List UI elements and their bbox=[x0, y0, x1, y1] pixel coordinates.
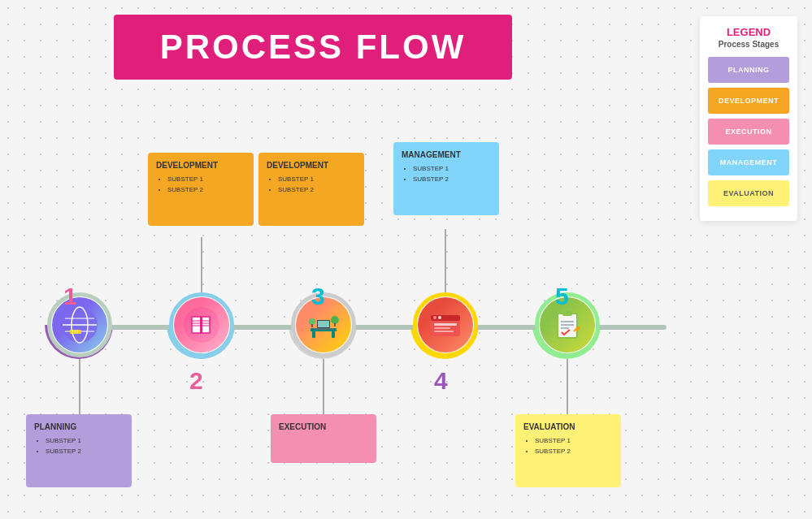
stage-1-circle bbox=[47, 292, 112, 357]
info-box-development-1: DEVELOPMENT SUBSTEP 1 SUBSTEP 2 bbox=[148, 153, 254, 226]
stage-5-number: 5 bbox=[555, 283, 569, 310]
svg-rect-24 bbox=[314, 328, 333, 330]
info-box-development-2: DEVELOPMENT SUBSTEP 1 SUBSTEP 2 bbox=[258, 153, 364, 226]
stage-4-icon bbox=[424, 304, 467, 346]
page-title: PROCESS FLOW bbox=[160, 28, 467, 67]
connector-3 bbox=[323, 359, 324, 414]
info-box-mgmt-list: SUBSTEP 1 SUBSTEP 2 bbox=[402, 164, 491, 185]
info-box-plan-title: PLANNING bbox=[34, 422, 124, 431]
main-container: PROCESS FLOW 1 2 3 4 5 bbox=[0, 0, 812, 519]
legend-item-development: DEVELOPMENT bbox=[708, 88, 789, 114]
stage-4-inner bbox=[418, 297, 473, 352]
svg-rect-23 bbox=[318, 321, 329, 327]
stage-1-inner bbox=[52, 297, 107, 352]
connector-4 bbox=[445, 229, 446, 292]
list-item: SUBSTEP 2 bbox=[167, 185, 245, 196]
legend-subtitle: Process Stages bbox=[708, 40, 789, 49]
connector-1 bbox=[79, 359, 80, 414]
svg-rect-26 bbox=[334, 323, 336, 327]
info-box-dev1-title: DEVELOPMENT bbox=[156, 161, 245, 170]
svg-rect-5 bbox=[70, 330, 81, 334]
legend-item-planning: PLANNING bbox=[708, 57, 789, 83]
legend-panel: LEGEND Process Stages PLANNING DEVELOPME… bbox=[700, 16, 797, 221]
info-box-exec-title: EXECUTION bbox=[279, 422, 368, 431]
legend-item-execution: EXECUTION bbox=[708, 119, 789, 145]
svg-rect-37 bbox=[562, 311, 572, 316]
list-item: SUBSTEP 2 bbox=[413, 175, 491, 185]
info-box-evaluation: EVALUATION SUBSTEP 1 SUBSTEP 2 bbox=[515, 414, 621, 487]
list-item: SUBSTEP 2 bbox=[46, 447, 124, 457]
stage-4-number: 4 bbox=[434, 367, 448, 395]
svg-point-31 bbox=[433, 316, 436, 319]
svg-rect-35 bbox=[434, 331, 454, 332]
svg-rect-20 bbox=[312, 331, 315, 338]
list-item: SUBSTEP 1 bbox=[535, 436, 613, 447]
info-box-eval-title: EVALUATION bbox=[523, 422, 613, 431]
svg-point-25 bbox=[331, 316, 339, 324]
connector-5 bbox=[567, 359, 568, 414]
svg-rect-36 bbox=[558, 314, 577, 338]
info-box-dev1-list: SUBSTEP 1 SUBSTEP 2 bbox=[156, 175, 245, 196]
legend-title: LEGEND bbox=[708, 26, 789, 38]
stage-2-circle bbox=[169, 292, 234, 357]
svg-rect-10 bbox=[192, 317, 201, 333]
svg-rect-21 bbox=[332, 331, 335, 338]
list-item: SUBSTEP 1 bbox=[413, 164, 491, 175]
info-box-planning: PLANNING SUBSTEP 1 SUBSTEP 2 bbox=[26, 414, 132, 487]
svg-point-27 bbox=[309, 318, 315, 325]
stage-2-number: 2 bbox=[189, 367, 203, 395]
stage-2-icon bbox=[180, 304, 223, 346]
legend-item-evaluation: EVALUATION bbox=[708, 180, 789, 206]
info-box-eval-list: SUBSTEP 1 SUBSTEP 2 bbox=[523, 436, 613, 457]
list-item: SUBSTEP 1 bbox=[278, 175, 356, 185]
info-box-dev2-list: SUBSTEP 1 SUBSTEP 2 bbox=[267, 175, 356, 196]
list-item: SUBSTEP 2 bbox=[278, 185, 356, 196]
info-box-execution: EXECUTION bbox=[271, 414, 376, 463]
stage-4-circle bbox=[413, 292, 478, 357]
list-item: SUBSTEP 2 bbox=[535, 447, 613, 457]
svg-rect-33 bbox=[434, 323, 457, 326]
info-box-mgmt-title: MANAGEMENT bbox=[402, 150, 491, 159]
svg-rect-28 bbox=[311, 324, 313, 327]
stage-2-inner bbox=[174, 297, 229, 352]
stage-3-number: 3 bbox=[311, 283, 325, 310]
svg-rect-34 bbox=[434, 327, 450, 329]
title-banner: PROCESS FLOW bbox=[114, 15, 512, 80]
stage-1-number: 1 bbox=[63, 283, 77, 310]
legend-item-management: MANAGEMENT bbox=[708, 149, 789, 175]
info-box-management: MANAGEMENT SUBSTEP 1 SUBSTEP 2 bbox=[393, 142, 499, 215]
info-box-plan-list: SUBSTEP 1 SUBSTEP 2 bbox=[34, 436, 124, 457]
svg-point-32 bbox=[438, 316, 441, 319]
info-box-dev2-title: DEVELOPMENT bbox=[267, 161, 356, 170]
list-item: SUBSTEP 1 bbox=[167, 175, 245, 185]
list-item: SUBSTEP 1 bbox=[46, 436, 124, 447]
connector-2 bbox=[201, 237, 202, 292]
